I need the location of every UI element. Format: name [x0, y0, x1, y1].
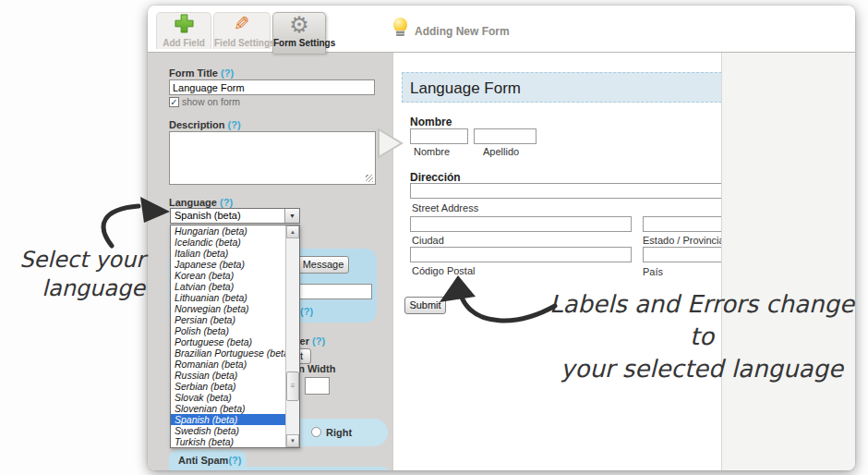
listbox-scrollbar[interactable]: ▲ ≡ ▼	[285, 225, 299, 447]
language-option[interactable]: Portuguese (beta)	[171, 336, 285, 347]
preview-zip-input[interactable]	[410, 247, 632, 262]
language-option[interactable]: Turkish (beta)	[171, 436, 285, 447]
preview-form-header: Language Form	[402, 72, 721, 103]
language-option[interactable]: Slovenian (beta)	[171, 403, 285, 414]
tab-form-settings-label: Form Settings	[273, 38, 325, 48]
settings-panel: Form Title (?) ✓ show on form Descriptio…	[148, 53, 392, 470]
preview-zip-sublabel: Código Postal	[412, 265, 476, 276]
description-help[interactable]: (?)	[228, 119, 241, 130]
language-option[interactable]: Icelandic (beta)	[171, 237, 285, 248]
tab-field-settings[interactable]: ✎ Field Settings	[213, 12, 271, 49]
language-select[interactable]: Spanish (beta) ▼	[170, 208, 300, 224]
language-option[interactable]: Swedish (beta)	[171, 425, 285, 436]
preview-country-sublabel: País	[643, 266, 663, 277]
preview-last-name-input[interactable]	[474, 128, 536, 144]
language-option-list: Hungarian (beta)Icelandic (beta)Italian …	[171, 225, 285, 447]
panel-pointer-icon	[376, 127, 407, 160]
language-option[interactable]: Persian (beta)	[171, 314, 285, 325]
language-option[interactable]: Brazilian Portuguese (beta)	[171, 347, 285, 359]
preview-street-input[interactable]	[410, 183, 721, 199]
plus-icon	[157, 14, 211, 38]
scrollbar-thumb[interactable]: ≡	[286, 371, 299, 401]
page-title: Adding New Form	[415, 16, 510, 38]
language-option[interactable]: Slovak (beta)	[171, 392, 285, 403]
anti-spam-panel-edge	[169, 467, 388, 470]
form-title-input[interactable]	[169, 79, 375, 95]
language-option[interactable]: Latvian (beta)	[171, 281, 285, 292]
preview-last-name-sublabel: Apellido	[483, 146, 519, 157]
message-help[interactable]: (?)	[300, 306, 313, 317]
language-option[interactable]: Japanese (beta)	[171, 259, 285, 270]
language-select-value: Spanish (beta)	[175, 210, 241, 221]
resize-grip-icon[interactable]	[366, 175, 373, 182]
submit-button[interactable]: Submit	[404, 297, 446, 314]
preview-country-input[interactable]	[643, 247, 721, 262]
preview-name-label: Nombre	[410, 116, 452, 128]
language-option[interactable]: Polish (beta)	[171, 325, 285, 336]
tab-add-field-label: Add Field	[157, 38, 211, 48]
preview-state-sublabel: Estado / Provincia	[643, 235, 721, 246]
language-option[interactable]: Serbian (beta)	[171, 381, 285, 392]
select-dropdown-arrow-icon[interactable]: ▼	[284, 209, 299, 223]
preview-first-name-input[interactable]	[410, 128, 468, 144]
language-option[interactable]: Norwegian (beta)	[171, 303, 285, 314]
language-option[interactable]: Lithuanian (beta)	[171, 292, 285, 303]
gear-icon: ⚙	[273, 14, 325, 38]
language-option[interactable]: Russian (beta)	[171, 370, 285, 381]
lightbulb-icon	[393, 18, 407, 36]
form-preview-panel: Language Form Nombre Nombre Apellido Dir…	[392, 53, 721, 470]
toolbar: Add Field ✎ Field Settings ⚙ Form Settin…	[148, 6, 855, 53]
anti-spam-help[interactable]: (?)	[228, 455, 241, 466]
form-title-help[interactable]: (?)	[221, 67, 234, 79]
preview-form-title: Language Form	[403, 73, 721, 98]
preview-address-label: Dirección	[410, 171, 461, 184]
language-listbox: Hungarian (beta)Icelandic (beta)Italian …	[170, 225, 300, 448]
pencil-icon: ✎	[214, 14, 270, 38]
preview-city-sublabel: Ciudad	[412, 235, 444, 246]
column-width-input[interactable]	[305, 377, 330, 395]
language-option[interactable]: Romanian (beta)	[171, 359, 285, 370]
language-option[interactable]: Korean (beta)	[171, 270, 285, 281]
tab-form-settings[interactable]: ⚙ Form Settings	[272, 12, 326, 54]
description-label: Description (?)	[169, 119, 241, 130]
description-textarea[interactable]	[169, 131, 376, 185]
form-title-label: Form Title (?)	[169, 67, 234, 79]
right-alignment-radio[interactable]	[311, 427, 321, 437]
workspace-background	[721, 53, 855, 470]
show-on-form-checkbox[interactable]: ✓	[169, 97, 179, 107]
right-alignment-label: Right	[326, 427, 352, 438]
scroll-up-icon[interactable]: ▲	[286, 225, 299, 238]
anti-spam-label: Anti Spam(?)	[178, 455, 241, 466]
annotation-labels-errors: Labels and Errors change to your selecte…	[547, 288, 857, 385]
tab-add-field[interactable]: Add Field	[156, 12, 211, 49]
language-label: Language (?)	[169, 197, 233, 208]
annotation-select-language: Select your language	[11, 246, 145, 303]
header-footer-help[interactable]: (?)	[312, 335, 325, 347]
language-option[interactable]: Spanish (beta)	[171, 414, 285, 425]
tab-field-settings-label: Field Settings	[214, 38, 270, 48]
scroll-down-icon[interactable]: ▼	[286, 434, 299, 447]
language-help[interactable]: (?)	[220, 197, 233, 208]
language-option[interactable]: Italian (beta)	[171, 248, 285, 259]
language-option[interactable]: Hungarian (beta)	[171, 225, 285, 237]
show-on-form-label: show on form	[182, 96, 240, 107]
preview-first-name-sublabel: Nombre	[414, 146, 450, 157]
preview-city-input[interactable]	[410, 216, 632, 232]
preview-street-sublabel: Street Address	[412, 202, 478, 213]
form-builder-window: Add Field ✎ Field Settings ⚙ Form Settin…	[148, 6, 855, 470]
preview-state-input[interactable]	[643, 216, 721, 232]
